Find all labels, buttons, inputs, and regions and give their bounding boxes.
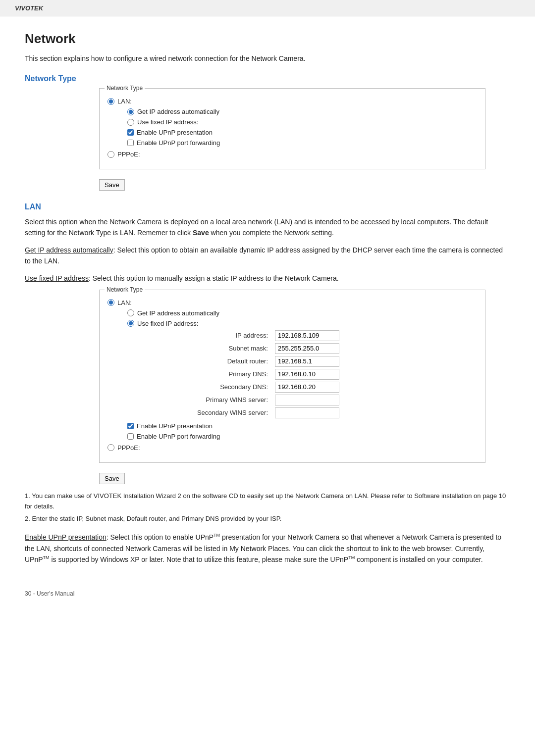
lan-radio[interactable] [107, 98, 114, 105]
enable-upnp-port-row: Enable UPnP port forwarding [127, 139, 477, 147]
primary-dns-label: Primary DNS: [187, 369, 271, 380]
page-title: Network [25, 31, 510, 47]
network-type-heading: Network Type [25, 74, 510, 83]
lan-section: LAN Select this option when the Network … [25, 202, 510, 284]
header-bar: VIVOTEK [0, 0, 535, 16]
pppoe-row: PPPoE: [107, 151, 477, 158]
secondary-dns-label: Secondary DNS: [187, 382, 271, 393]
note-2: 2. Enter the static IP, Subnet mask, Def… [25, 514, 510, 524]
secondary-wins-input[interactable] [275, 407, 339, 418]
save-button-2[interactable]: Save [99, 473, 125, 484]
use-fixed-label-2: Use fixed IP address: [137, 320, 198, 327]
box-legend-2: Network Type [105, 286, 145, 293]
enable-upnp-label: Enable UPnP presentation [137, 129, 213, 136]
use-fixed-underline: Use fixed IP address [25, 274, 89, 282]
upnp-tm2: TM [43, 555, 50, 560]
use-fixed-row-2: Use fixed IP address: [127, 320, 477, 327]
get-ip-radio[interactable] [127, 108, 134, 115]
field-section: IP address: Subnet mask: Default router:… [147, 330, 477, 418]
use-fixed-radio[interactable] [127, 119, 134, 126]
network-type-box-1: Network Type LAN: Get IP address automat… [99, 88, 485, 169]
enable-upnp-port-label: Enable UPnP port forwarding [137, 139, 220, 147]
enable-upnp-label-2: Enable UPnP presentation [137, 422, 213, 430]
enable-upnp-port-label-2: Enable UPnP port forwarding [137, 433, 220, 440]
subnet-mask-label: Subnet mask: [187, 343, 271, 354]
footer-text: 30 - User's Manual [25, 590, 74, 597]
save-button-1[interactable]: Save [99, 179, 125, 191]
enable-upnp-row: Enable UPnP presentation [127, 129, 477, 136]
ip-address-label: IP address: [187, 330, 271, 341]
brand-label: VIVOTEK [15, 4, 43, 12]
lan-description: Select this option when the Network Came… [25, 216, 510, 239]
use-fixed-desc-text: : Select this option to manually assign … [89, 274, 339, 282]
get-ip-label: Get IP address automatically [137, 108, 219, 115]
intro-text: This section explains how to configure a… [25, 54, 510, 62]
lan-desc-text: Select this option when the Network Came… [25, 218, 488, 237]
pppoe-label: PPPoE: [117, 151, 140, 158]
get-ip-row-2: Get IP address automatically [127, 309, 477, 317]
lan-heading: LAN [25, 202, 510, 211]
lan-row: LAN: [107, 98, 477, 105]
enable-upnp-port-checkbox[interactable] [127, 140, 134, 146]
primary-wins-input[interactable] [275, 395, 339, 405]
primary-wins-label: Primary WINS server: [187, 395, 271, 405]
pppoe-radio[interactable] [107, 151, 114, 158]
ip-address-input[interactable] [275, 330, 339, 341]
secondary-wins-label: Secondary WINS server: [187, 407, 271, 418]
upnp-description: Enable UPnP presentation: Select this op… [25, 532, 510, 565]
network-type-box-2: Network Type LAN: Get IP address automat… [99, 290, 485, 463]
pppoe-radio-2[interactable] [107, 444, 114, 451]
upnp-tm3: TM [348, 555, 355, 560]
enable-upnp-row-2: Enable UPnP presentation [127, 422, 477, 430]
notes-list: 1. You can make use of VIVOTEK Installat… [25, 491, 510, 524]
upnp-desc3: is supported by Windows XP or later. Not… [50, 555, 349, 563]
upnp-desc4: component is installed on your computer. [355, 555, 482, 563]
upnp-tm1: TM [214, 533, 220, 538]
get-ip-underline: Get IP address automatically [25, 246, 113, 254]
enable-upnp-port-row-2: Enable UPnP port forwarding [127, 433, 477, 440]
get-ip-row: Get IP address automatically [127, 108, 477, 115]
lan-label: LAN: [117, 98, 132, 105]
field-grid: IP address: Subnet mask: Default router:… [187, 330, 477, 418]
enable-upnp-port-checkbox-2[interactable] [127, 433, 134, 440]
box-legend-1: Network Type [105, 85, 145, 92]
subnet-mask-input[interactable] [275, 343, 339, 354]
primary-dns-input[interactable] [275, 369, 339, 380]
upnp-desc1: : Select this option to enable UPnP [107, 533, 214, 541]
page-content: Network This section explains how to con… [0, 16, 535, 585]
pppoe-label-2: PPPoE: [117, 444, 140, 452]
lan-radio-2[interactable] [107, 299, 114, 306]
secondary-dns-input[interactable] [275, 382, 339, 393]
use-fixed-label: Use fixed IP address: [137, 118, 198, 126]
page-footer: 30 - User's Manual [0, 585, 535, 602]
enable-upnp-checkbox[interactable] [127, 129, 134, 136]
note-1: 1. You can make use of VIVOTEK Installat… [25, 491, 510, 512]
default-router-input[interactable] [275, 356, 339, 367]
lan-row-2: LAN: [107, 299, 477, 306]
upnp-prefix: Enable UPnP presentation [25, 533, 107, 541]
get-ip-description: Get IP address automatically: Select thi… [25, 245, 510, 267]
enable-upnp-checkbox-2[interactable] [127, 423, 134, 429]
use-fixed-row: Use fixed IP address: [127, 118, 477, 126]
lan-label-2: LAN: [117, 299, 132, 306]
use-fixed-description: Use fixed IP address: Select this option… [25, 273, 510, 284]
save-bold: Save [193, 229, 209, 237]
pppoe-row-2: PPPoE: [107, 444, 477, 452]
default-router-label: Default router: [187, 356, 271, 367]
get-ip-radio-2[interactable] [127, 309, 134, 316]
get-ip-label-2: Get IP address automatically [137, 309, 219, 317]
use-fixed-radio-2[interactable] [127, 320, 134, 327]
